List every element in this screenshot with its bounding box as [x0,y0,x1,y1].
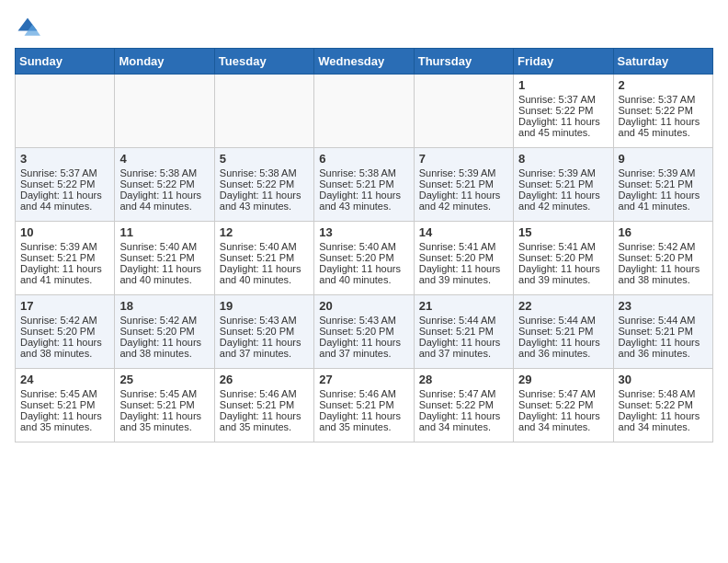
day-number: 12 [220,225,309,239]
day-info: Daylight: 11 hours and 38 minutes. [619,263,708,285]
day-info: Sunset: 5:21 PM [518,178,608,190]
day-info: Sunset: 5:22 PM [619,105,708,116]
day-info: Sunrise: 5:38 AM [119,167,209,178]
day-info: Sunrise: 5:37 AM [518,94,608,105]
day-info: Sunset: 5:21 PM [20,399,109,410]
calendar-cell: 19Sunrise: 5:43 AMSunset: 5:20 PMDayligh… [214,295,313,369]
day-info: Sunrise: 5:42 AM [619,241,708,252]
day-info: Sunset: 5:22 PM [220,178,309,190]
calendar-cell: 29Sunrise: 5:47 AMSunset: 5:22 PMDayligh… [514,369,613,442]
day-info: Sunrise: 5:46 AM [319,388,408,399]
day-info: Sunset: 5:20 PM [319,326,408,337]
calendar-cell: 2Sunrise: 5:37 AMSunset: 5:22 PMDaylight… [613,75,712,148]
day-info: Sunset: 5:21 PM [319,399,408,410]
day-info: Daylight: 11 hours and 38 minutes. [119,337,209,359]
calendar-cell: 26Sunrise: 5:46 AMSunset: 5:21 PMDayligh… [214,369,313,442]
calendar-cell [214,75,313,148]
calendar-cell [314,75,414,148]
day-info: Daylight: 11 hours and 40 minutes. [119,263,209,285]
calendar-cell: 13Sunrise: 5:40 AMSunset: 5:20 PMDayligh… [314,222,414,295]
calendar-cell [16,75,115,148]
day-info: Sunrise: 5:44 AM [518,315,608,326]
day-info: Daylight: 11 hours and 42 minutes. [419,190,508,212]
day-info: Sunset: 5:20 PM [220,326,309,337]
day-info: Sunrise: 5:43 AM [220,315,309,326]
header-day: Saturday [613,49,712,75]
day-info: Daylight: 11 hours and 35 minutes. [20,410,109,432]
calendar-cell: 21Sunrise: 5:44 AMSunset: 5:21 PMDayligh… [414,295,513,369]
calendar-cell: 22Sunrise: 5:44 AMSunset: 5:21 PMDayligh… [514,295,613,369]
day-info: Daylight: 11 hours and 36 minutes. [518,337,608,359]
calendar-cell [115,75,214,148]
calendar-cell: 27Sunrise: 5:46 AMSunset: 5:21 PMDayligh… [314,369,414,442]
day-number: 17 [20,299,109,313]
day-number: 5 [220,152,309,166]
day-number: 19 [220,299,309,313]
calendar-cell: 24Sunrise: 5:45 AMSunset: 5:21 PMDayligh… [16,369,115,442]
logo-icon [15,15,40,40]
day-info: Daylight: 11 hours and 35 minutes. [319,410,408,432]
header-day: Wednesday [314,49,414,75]
day-info: Daylight: 11 hours and 43 minutes. [319,190,408,212]
day-number: 15 [518,225,608,239]
day-info: Sunrise: 5:37 AM [619,94,708,105]
header-row: SundayMondayTuesdayWednesdayThursdayFrid… [16,49,713,75]
day-info: Daylight: 11 hours and 43 minutes. [220,190,309,212]
day-info: Daylight: 11 hours and 35 minutes. [119,410,209,432]
day-info: Sunrise: 5:46 AM [220,388,309,399]
day-number: 6 [319,152,408,166]
header-day: Tuesday [214,49,313,75]
day-info: Sunset: 5:22 PM [119,178,209,190]
day-info: Sunrise: 5:38 AM [220,167,309,178]
day-info: Sunrise: 5:48 AM [619,388,708,399]
day-info: Sunrise: 5:39 AM [619,167,708,178]
day-info: Sunset: 5:21 PM [119,399,209,410]
calendar-week-row: 1Sunrise: 5:37 AMSunset: 5:22 PMDaylight… [16,75,713,148]
day-info: Daylight: 11 hours and 36 minutes. [619,337,708,359]
calendar-cell: 4Sunrise: 5:38 AMSunset: 5:22 PMDaylight… [115,148,214,222]
day-info: Sunrise: 5:39 AM [20,241,109,252]
day-info: Sunset: 5:21 PM [419,326,508,337]
day-info: Sunset: 5:21 PM [518,326,608,337]
day-number: 23 [619,299,708,313]
day-number: 3 [20,152,109,166]
day-info: Daylight: 11 hours and 37 minutes. [220,337,309,359]
day-info: Sunrise: 5:45 AM [119,388,209,399]
calendar-cell: 14Sunrise: 5:41 AMSunset: 5:20 PMDayligh… [414,222,513,295]
day-info: Daylight: 11 hours and 45 minutes. [518,116,608,138]
day-info: Daylight: 11 hours and 44 minutes. [20,190,109,212]
day-info: Sunset: 5:21 PM [619,178,708,190]
page-header [15,15,713,40]
calendar-cell: 30Sunrise: 5:48 AMSunset: 5:22 PMDayligh… [613,369,712,442]
day-info: Daylight: 11 hours and 41 minutes. [20,263,109,285]
day-number: 20 [319,299,408,313]
day-number: 8 [518,152,608,166]
day-info: Sunrise: 5:40 AM [319,241,408,252]
day-info: Sunrise: 5:42 AM [119,315,209,326]
day-info: Daylight: 11 hours and 38 minutes. [20,337,109,359]
day-info: Sunrise: 5:41 AM [518,241,608,252]
calendar-cell: 12Sunrise: 5:40 AMSunset: 5:21 PMDayligh… [214,222,313,295]
day-info: Sunrise: 5:39 AM [419,167,508,178]
day-info: Sunset: 5:21 PM [220,252,309,263]
header-day: Thursday [414,49,513,75]
day-info: Daylight: 11 hours and 34 minutes. [619,410,708,432]
day-number: 1 [518,78,608,92]
day-info: Daylight: 11 hours and 42 minutes. [518,190,608,212]
day-number: 10 [20,225,109,239]
day-number: 9 [619,152,708,166]
day-info: Daylight: 11 hours and 34 minutes. [518,410,608,432]
calendar-cell: 7Sunrise: 5:39 AMSunset: 5:21 PMDaylight… [414,148,513,222]
day-info: Sunset: 5:20 PM [619,252,708,263]
calendar-cell: 9Sunrise: 5:39 AMSunset: 5:21 PMDaylight… [613,148,712,222]
day-number: 22 [518,299,608,313]
day-info: Sunrise: 5:43 AM [319,315,408,326]
day-info: Sunset: 5:20 PM [119,326,209,337]
day-info: Sunrise: 5:37 AM [20,167,109,178]
day-number: 26 [220,373,309,386]
day-info: Sunset: 5:22 PM [619,399,708,410]
day-number: 29 [518,373,608,386]
day-info: Sunset: 5:20 PM [20,326,109,337]
calendar-cell: 11Sunrise: 5:40 AMSunset: 5:21 PMDayligh… [115,222,214,295]
calendar-cell: 25Sunrise: 5:45 AMSunset: 5:21 PMDayligh… [115,369,214,442]
